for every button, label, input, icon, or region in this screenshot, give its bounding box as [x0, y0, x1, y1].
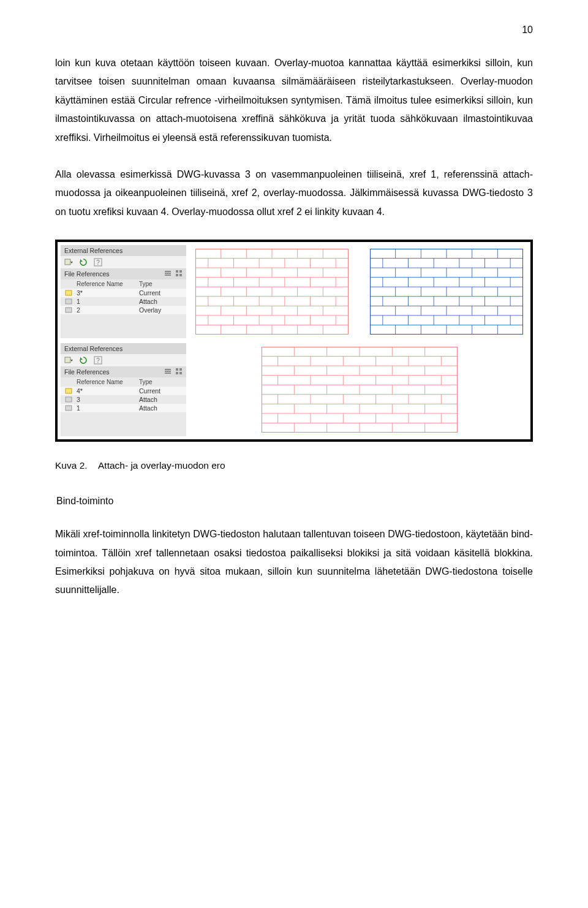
table-row[interactable]: 4* Current: [61, 387, 186, 395]
figure-caption: Kuva 2. Attach- ja overlay-muodon ero: [55, 460, 533, 471]
svg-rect-8: [176, 274, 178, 276]
table-row[interactable]: 1 Attach: [61, 404, 186, 412]
svg-rect-0: [65, 259, 70, 265]
svg-rect-10: [66, 290, 72, 295]
figure-top-row: External References ? File References: [61, 245, 527, 338]
table-row[interactable]: 2 Overlay: [61, 306, 186, 314]
refresh-dropdown-icon[interactable]: [79, 258, 88, 267]
svg-rect-3: [165, 271, 171, 272]
ref-name: 2: [77, 306, 139, 314]
drawing-area-top: [191, 245, 527, 338]
subheading-bind: Bind-toiminto: [56, 496, 533, 507]
svg-rect-139: [65, 357, 70, 363]
col-type: Type: [139, 281, 153, 287]
svg-rect-4: [165, 273, 171, 274]
file-rows-top: 3* Current 1 Attach 2 Overlay: [61, 289, 186, 318]
brick-wall-blue: [370, 249, 523, 335]
col-name: Reference Name: [77, 281, 139, 287]
svg-text:?: ?: [96, 357, 100, 364]
brick-wall-red-1: [195, 249, 349, 335]
panel-title: External References: [61, 245, 186, 256]
column-headers: Reference Name Type: [61, 377, 186, 387]
file-rows-bottom: 4* Current 3 Attach 1 Attach: [61, 387, 186, 416]
ref-type: Attach: [139, 404, 157, 412]
panel-toolbar: ?: [61, 256, 186, 268]
brick-wall-red-2: [262, 347, 458, 433]
dwg-attach-icon: [64, 404, 73, 412]
xref-panel-top: External References ? File References: [61, 245, 186, 338]
svg-rect-7: [179, 270, 182, 273]
ref-type: Current: [139, 387, 160, 395]
help-icon[interactable]: ?: [94, 258, 102, 267]
col-name: Reference Name: [77, 379, 139, 385]
page-number: 10: [55, 25, 533, 36]
svg-rect-149: [66, 388, 72, 393]
svg-rect-148: [179, 372, 182, 374]
paragraph-1: loin kun kuva otetaan käyttöön toiseen k…: [55, 54, 533, 147]
paragraph-3: Mikäli xref-toiminnolla linkitetyn DWG-t…: [55, 525, 533, 600]
svg-rect-5: [165, 274, 171, 276]
svg-rect-9: [179, 274, 182, 276]
help-icon[interactable]: ?: [94, 356, 102, 365]
ref-name: 3: [77, 396, 139, 403]
caption-label: Kuva 2.: [55, 460, 88, 471]
svg-rect-6: [176, 270, 178, 273]
refresh-dropdown-icon[interactable]: [79, 356, 88, 365]
ref-name: 4*: [77, 387, 139, 395]
caption-text: Attach- ja overlay-muodon ero: [98, 460, 225, 471]
ref-name: 1: [77, 298, 139, 305]
svg-rect-147: [176, 372, 178, 374]
details-view-icon[interactable]: [175, 270, 183, 278]
table-row[interactable]: 3* Current: [61, 289, 186, 297]
svg-rect-12: [66, 308, 72, 312]
figure-bottom-row: External References ? File References: [61, 343, 527, 436]
column-headers: Reference Name Type: [61, 279, 186, 289]
dwg-overlay-icon: [64, 306, 73, 314]
section-title: File References: [64, 368, 110, 376]
svg-rect-145: [176, 368, 178, 371]
dwg-current-icon: [64, 387, 73, 395]
svg-rect-150: [66, 397, 72, 402]
file-references-header: File References: [61, 366, 186, 377]
panel-title: External References: [61, 343, 186, 354]
panel-toolbar: ?: [61, 354, 186, 366]
attach-dropdown-icon[interactable]: [64, 258, 73, 267]
table-row[interactable]: 3 Attach: [61, 395, 186, 404]
col-type: Type: [139, 379, 153, 385]
ref-type: Current: [139, 289, 160, 297]
svg-rect-11: [66, 299, 72, 304]
list-view-icon[interactable]: [164, 270, 172, 278]
document-page: 10 loin kun kuva otetaan käyttöön toisee…: [0, 0, 588, 655]
attach-dropdown-icon[interactable]: [64, 356, 73, 365]
ref-type: Attach: [139, 396, 157, 403]
svg-rect-146: [179, 368, 182, 371]
dwg-attach-icon: [64, 298, 73, 305]
paragraph-2: Alla olevassa esimerkissä DWG-kuvassa 3 …: [55, 165, 533, 221]
section-title: File References: [64, 270, 110, 278]
details-view-icon[interactable]: [175, 368, 183, 376]
file-references-header: File References: [61, 268, 186, 279]
table-row[interactable]: 1 Attach: [61, 297, 186, 306]
ref-name: 3*: [77, 289, 139, 297]
svg-rect-143: [165, 371, 171, 372]
xref-panel-bottom: External References ? File References: [61, 343, 186, 436]
ref-type: Overlay: [139, 306, 161, 314]
svg-rect-142: [165, 369, 171, 370]
dwg-current-icon: [64, 289, 73, 297]
list-view-icon[interactable]: [164, 368, 172, 376]
figure-2: External References ? File References: [55, 240, 533, 442]
svg-rect-151: [66, 406, 72, 410]
ref-type: Attach: [139, 298, 157, 305]
svg-rect-144: [165, 373, 171, 374]
ref-name: 1: [77, 404, 139, 412]
drawing-area-bottom: [191, 343, 527, 436]
dwg-attach-icon: [64, 396, 73, 403]
svg-text:?: ?: [96, 259, 100, 266]
